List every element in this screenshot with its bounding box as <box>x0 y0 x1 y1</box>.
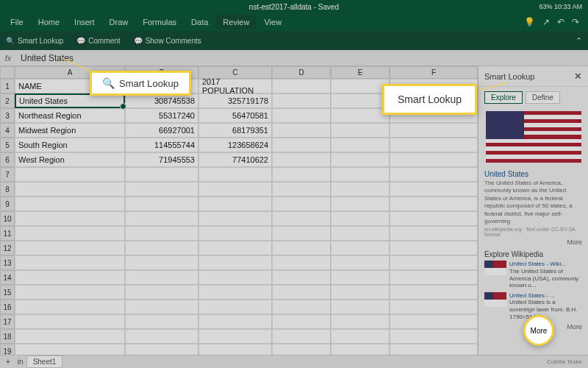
cell[interactable] <box>198 285 272 300</box>
column-header[interactable]: E <box>331 66 390 79</box>
cell[interactable] <box>390 285 478 300</box>
cell[interactable] <box>125 226 198 241</box>
cell[interactable] <box>272 285 331 300</box>
cell[interactable] <box>331 138 390 152</box>
formula-input[interactable]: United States <box>16 53 588 63</box>
cell[interactable]: 66927001 <box>125 123 198 138</box>
row-header[interactable]: 3 <box>0 108 15 123</box>
cell[interactable] <box>15 182 125 197</box>
expand-ribbon-icon[interactable]: ⌃ <box>576 36 582 46</box>
cell[interactable]: Midwest Region <box>15 123 125 138</box>
cell[interactable]: 2017 POPULATION <box>198 79 272 93</box>
cell[interactable] <box>331 226 390 241</box>
cell[interactable] <box>198 182 272 197</box>
cell[interactable] <box>390 211 478 226</box>
row-header[interactable]: 16 <box>0 300 15 314</box>
cell[interactable] <box>331 329 390 344</box>
cell[interactable] <box>272 211 331 226</box>
row-header[interactable]: 1 <box>0 79 15 93</box>
tab-view[interactable]: View <box>257 15 289 29</box>
row-header[interactable]: 15 <box>0 285 15 300</box>
cell[interactable] <box>272 300 331 314</box>
cell[interactable] <box>390 241 478 255</box>
cell[interactable] <box>272 197 331 211</box>
cell[interactable] <box>331 167 390 182</box>
row-header[interactable]: 18 <box>0 329 15 344</box>
cell[interactable] <box>15 314 125 329</box>
cell[interactable] <box>331 152 390 167</box>
cell[interactable] <box>390 167 478 182</box>
row-header[interactable]: 17 <box>0 314 15 329</box>
select-all-cell[interactable] <box>0 66 15 79</box>
cell[interactable]: West Region <box>15 152 125 167</box>
more-link[interactable]: More <box>484 238 582 246</box>
cell[interactable] <box>390 314 478 329</box>
cell[interactable] <box>272 79 331 93</box>
cell[interactable] <box>15 241 125 255</box>
cell[interactable] <box>331 314 390 329</box>
cell[interactable] <box>331 93 390 108</box>
undo-icon[interactable]: ↶ <box>557 17 564 27</box>
cell[interactable] <box>272 314 331 329</box>
cell[interactable] <box>331 197 390 211</box>
show-comments-button[interactable]: 💬 Show Comments <box>134 37 201 45</box>
row-header[interactable]: 14 <box>0 270 15 285</box>
cell[interactable] <box>331 241 390 255</box>
cell[interactable] <box>125 329 198 344</box>
cell[interactable] <box>125 300 198 314</box>
cell[interactable] <box>272 123 331 138</box>
cell[interactable] <box>272 255 331 270</box>
cell[interactable] <box>198 344 272 355</box>
cell[interactable]: 56470581 <box>198 108 272 123</box>
cell[interactable] <box>15 197 125 211</box>
cell[interactable] <box>198 241 272 255</box>
cell[interactable] <box>331 255 390 270</box>
cell[interactable] <box>331 79 390 93</box>
cell[interactable] <box>272 270 331 285</box>
tab-insert[interactable]: Insert <box>67 15 102 29</box>
cell[interactable] <box>15 226 125 241</box>
row-header[interactable]: 7 <box>0 167 15 182</box>
cell[interactable] <box>125 182 198 197</box>
cell[interactable]: 114555744 <box>125 138 198 152</box>
cell[interactable]: Northeast Region <box>15 108 125 123</box>
cell[interactable] <box>125 314 198 329</box>
column-header[interactable]: D <box>272 66 331 79</box>
explore-tab[interactable]: Explore <box>484 91 523 104</box>
cell[interactable]: 68179351 <box>198 123 272 138</box>
cell[interactable] <box>331 300 390 314</box>
cell[interactable] <box>198 197 272 211</box>
tab-file[interactable]: File <box>3 15 31 29</box>
cell[interactable] <box>125 344 198 355</box>
cell[interactable] <box>125 255 198 270</box>
cell[interactable] <box>272 344 331 355</box>
cell[interactable] <box>198 314 272 329</box>
tab-formulas[interactable]: Formulas <box>135 15 184 29</box>
row-header[interactable]: 8 <box>0 182 15 197</box>
cell[interactable] <box>198 255 272 270</box>
cell[interactable] <box>390 329 478 344</box>
cell[interactable] <box>198 270 272 285</box>
cell[interactable] <box>390 182 478 197</box>
tab-home[interactable]: Home <box>31 15 67 29</box>
cell[interactable] <box>390 226 478 241</box>
cell[interactable] <box>390 152 478 167</box>
cell[interactable]: 325719178 <box>198 93 272 108</box>
tab-review[interactable]: Review <box>215 15 257 29</box>
row-header[interactable]: 19 <box>0 344 15 355</box>
cell[interactable] <box>331 211 390 226</box>
comment-button[interactable]: 💬 Comment <box>76 37 120 45</box>
cell[interactable] <box>15 285 125 300</box>
sheet-tab[interactable]: Sheet1 <box>26 355 63 368</box>
cell[interactable] <box>272 93 331 108</box>
cell[interactable] <box>390 344 478 355</box>
cell[interactable] <box>15 255 125 270</box>
cell[interactable] <box>198 300 272 314</box>
share-icon[interactable]: ↗ <box>542 17 550 27</box>
row-header[interactable]: 11 <box>0 226 15 241</box>
close-icon[interactable]: ✕ <box>574 71 582 82</box>
cell[interactable] <box>390 197 478 211</box>
cell[interactable] <box>331 285 390 300</box>
cell[interactable]: 77410622 <box>198 152 272 167</box>
cell[interactable] <box>390 270 478 285</box>
